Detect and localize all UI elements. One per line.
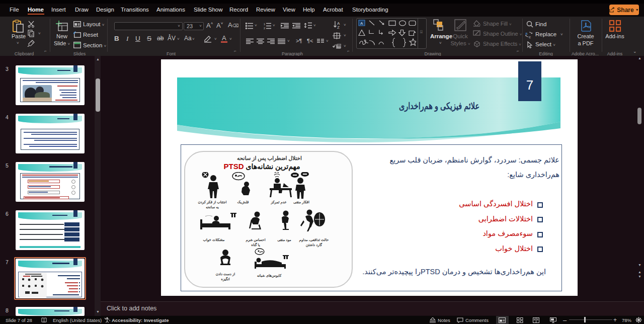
svg-text:A: A — [360, 21, 363, 26]
svg-text:2: 2 — [264, 27, 265, 29]
svg-text:احساس شرم: احساس شرم — [246, 238, 265, 242]
svg-text:مشکلات خواب: مشکلات خواب — [203, 238, 224, 242]
svg-text:به سانحه: به سانحه — [206, 205, 219, 209]
svg-text:انگیزه: انگیزه — [221, 277, 229, 281]
svg-text:افکار منفی: افکار منفی — [293, 200, 309, 204]
svg-text:کابوس‌های شبانه: کابوس‌های شبانه — [257, 274, 282, 278]
svg-text:فلش‌بک: فلش‌بک — [237, 200, 249, 204]
svg-text:c: c — [529, 35, 531, 38]
svg-text:گارد داشتن: گارد داشتن — [306, 242, 323, 247]
svg-text:از دست دادن: از دست دادن — [216, 272, 235, 276]
svg-text:مود منفی: مود منفی — [277, 238, 291, 242]
svg-text:عدم تمرکز: عدم تمرکز — [270, 200, 286, 205]
svg-text:a: a — [525, 31, 528, 36]
svg-text:حالت تدافعی، مداوم: حالت تدافعی، مداوم — [299, 238, 329, 242]
svg-text:اجتناب از فکر کردن: اجتناب از فکر کردن — [198, 200, 227, 204]
svg-text:1: 1 — [264, 23, 265, 26]
svg-text:یا گناه: یا گناه — [251, 242, 260, 247]
svg-text:Z: Z — [337, 25, 340, 29]
